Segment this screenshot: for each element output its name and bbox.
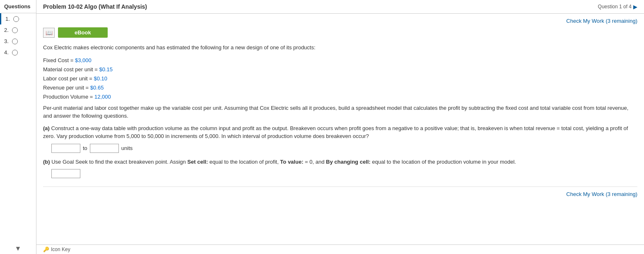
fixed-cost-label: Fixed Cost = bbox=[43, 57, 75, 63]
sidebar-num-2: 2. bbox=[4, 27, 9, 33]
sidebar-header: Questions bbox=[0, 0, 36, 13]
scroll-down-button[interactable]: ▼ bbox=[0, 243, 36, 254]
check-work-bottom-row: Check My Work (3 remaining) bbox=[43, 186, 637, 197]
main-panel: Problem 10-02 Algo (What If Analysis) Qu… bbox=[36, 0, 644, 254]
part-a-label: (a) bbox=[43, 125, 50, 131]
sidebar-num-3: 3. bbox=[4, 38, 9, 44]
given-labor-cost: Labor cost per unit = $0.10 bbox=[43, 74, 637, 83]
part-a-input-from[interactable] bbox=[51, 144, 80, 153]
part-b-mid2: = 0, and bbox=[303, 159, 326, 165]
material-cost-value: $0.15 bbox=[99, 66, 113, 73]
units-label: units bbox=[121, 145, 133, 151]
part-b-end: equal to the location of the production … bbox=[371, 159, 516, 165]
check-work-top-row: Check My Work (3 remaining) bbox=[43, 18, 637, 24]
part-b-mid1: equal to the location of profit, bbox=[208, 159, 280, 165]
check-work-top-link[interactable]: Check My Work (3 remaining) bbox=[566, 18, 637, 24]
sidebar-radio-3[interactable] bbox=[12, 39, 18, 44]
content-area: Check My Work (3 remaining) 📖 eBook Cox … bbox=[36, 14, 644, 244]
key-icon: 🔑 bbox=[43, 247, 49, 252]
sidebar-num-1: 1. bbox=[5, 16, 10, 22]
given-material-cost: Material cost per unit = $0.15 bbox=[43, 65, 637, 74]
revenue-label: Revenue per unit = bbox=[43, 85, 90, 91]
given-revenue: Revenue per unit = $0.65 bbox=[43, 83, 637, 92]
icon-key-label: Icon Key bbox=[51, 247, 70, 252]
labor-cost-value: $0.10 bbox=[94, 75, 108, 82]
sidebar-radio-4[interactable] bbox=[12, 50, 18, 56]
part-a-input-row: to units bbox=[51, 144, 637, 153]
sidebar-radio-2[interactable] bbox=[12, 27, 18, 33]
production-volume-label: Production Volume = bbox=[43, 94, 94, 100]
to-value-bold: To value: bbox=[280, 159, 303, 165]
problem-body: Per-unit material and labor cost togethe… bbox=[43, 104, 637, 120]
sidebar-item-2[interactable]: 2. bbox=[0, 24, 36, 36]
sidebar: Questions 1. 2. 3. 4. ▼ bbox=[0, 0, 36, 254]
problem-title: Problem 10-02 Algo (What If Analysis) bbox=[43, 3, 147, 10]
part-a-section: (a) Construct a one-way data table with … bbox=[43, 124, 637, 140]
part-b-input[interactable] bbox=[51, 169, 80, 178]
part-a-input-to[interactable] bbox=[90, 144, 119, 153]
top-bar: Problem 10-02 Algo (What If Analysis) Qu… bbox=[36, 0, 644, 14]
to-label: to bbox=[83, 145, 87, 151]
sidebar-num-4: 4. bbox=[4, 49, 9, 56]
by-changing-bold: By changing cell: bbox=[326, 159, 371, 165]
ebook-bar: 📖 eBook bbox=[43, 27, 637, 38]
set-cell-bold: Set cell: bbox=[187, 159, 208, 165]
ebook-icon: 📖 bbox=[43, 28, 55, 38]
part-a-text: Construct a one-way data table with prod… bbox=[43, 125, 628, 140]
labor-cost-label: Labor cost per unit = bbox=[43, 75, 94, 82]
given-data: Fixed Cost = $3,000 Material cost per un… bbox=[43, 56, 637, 102]
question-nav-text: Question 1 of 4 bbox=[598, 4, 632, 10]
sidebar-item-3[interactable]: 3. bbox=[0, 36, 36, 47]
fixed-cost-value: $3,000 bbox=[75, 57, 92, 63]
next-arrow-icon[interactable]: ▶ bbox=[633, 4, 637, 10]
icon-key-row: 🔑 Icon Key bbox=[36, 244, 644, 254]
given-production-volume: Production Volume = 12,000 bbox=[43, 92, 637, 102]
part-b-label: (b) bbox=[43, 159, 50, 165]
material-cost-label: Material cost per unit = bbox=[43, 66, 99, 73]
problem-intro: Cox Electric makes electronic components… bbox=[43, 44, 637, 52]
ebook-button[interactable]: eBook bbox=[58, 27, 108, 38]
check-work-bottom-link[interactable]: Check My Work (3 remaining) bbox=[566, 191, 637, 197]
part-b-text: (b) Use Goal Seek to find the exact brea… bbox=[43, 158, 637, 166]
part-b-section: (b) Use Goal Seek to find the exact brea… bbox=[43, 158, 637, 179]
sidebar-item-1[interactable]: 1. bbox=[0, 13, 36, 24]
question-nav: Question 1 of 4 ▶ bbox=[598, 4, 637, 10]
sidebar-item-4[interactable]: 4. bbox=[0, 47, 36, 58]
revenue-value: $0.65 bbox=[90, 85, 104, 91]
given-fixed-cost: Fixed Cost = $3,000 bbox=[43, 56, 637, 65]
part-b-text-start: Use Goal Seek to find the exact breakeve… bbox=[51, 159, 187, 165]
sidebar-radio-1[interactable] bbox=[13, 16, 19, 22]
production-volume-value: 12,000 bbox=[94, 94, 111, 100]
